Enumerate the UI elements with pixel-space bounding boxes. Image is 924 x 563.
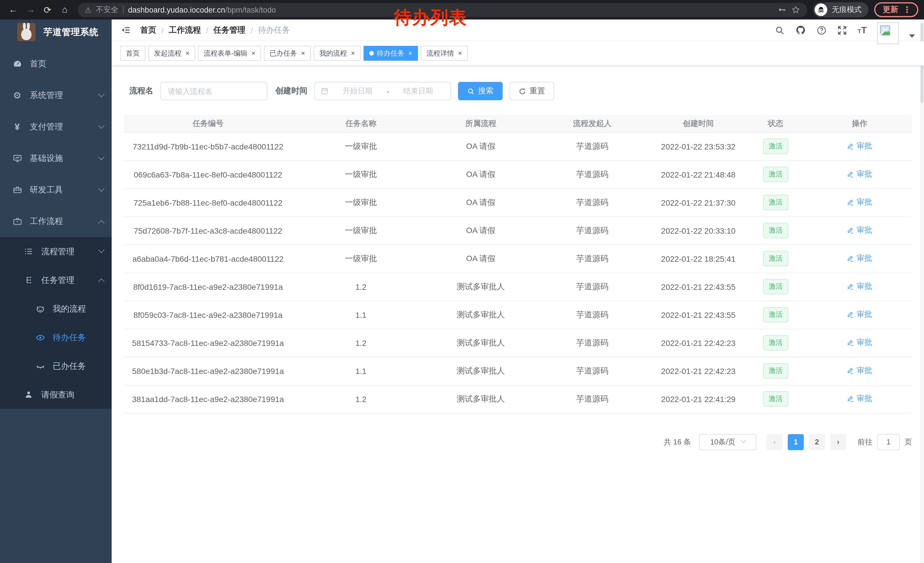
col-task-name: 任务名称 — [292, 115, 429, 132]
avatar[interactable] — [877, 22, 899, 44]
incognito-badge: 无痕模式 — [813, 2, 868, 17]
chevron-up-icon — [98, 220, 105, 226]
close-icon[interactable]: × — [250, 49, 255, 57]
browser-home-icon[interactable]: ⌂ — [57, 5, 72, 15]
browser-menu-icon[interactable]: ⋮ — [903, 5, 914, 15]
close-icon[interactable]: × — [300, 49, 305, 57]
sidebar-item-dev-tools[interactable]: 研发工具 — [0, 174, 112, 206]
approve-link[interactable]: 审批 — [847, 309, 872, 320]
sidebar-item-todo-tasks[interactable]: 待办任务 — [0, 323, 112, 352]
sidebar-item-workflow[interactable]: 工作流程 — [0, 206, 112, 237]
dashboard-icon — [12, 59, 23, 69]
browser-forward-icon[interactable]: → — [23, 5, 38, 15]
col-actions: 操作 — [807, 115, 912, 132]
sidebar-collapse-icon[interactable] — [120, 25, 131, 36]
tab-start-process[interactable]: 发起流程× — [148, 46, 195, 61]
reset-button[interactable]: 重置 — [510, 82, 554, 100]
approve-link[interactable]: 审批 — [847, 225, 872, 236]
font-size-icon[interactable]: TT — [858, 25, 867, 35]
date-range-picker[interactable]: 开始日期 - 结束日期 — [314, 82, 451, 100]
workflow-submenu: 流程管理 任务管理 我的流程 — [0, 237, 112, 409]
breadcrumb-task-management[interactable]: 任务管理 — [213, 25, 246, 35]
page-size-select[interactable]: 10条/页 — [699, 434, 756, 450]
sidebar-item-process-management[interactable]: 流程管理 — [0, 237, 112, 266]
close-icon[interactable]: × — [407, 49, 412, 57]
help-icon[interactable] — [816, 25, 826, 35]
breadcrumb-workflow[interactable]: 工作流程 — [169, 25, 201, 35]
approve-link[interactable]: 审批 — [847, 197, 872, 208]
table-row: 58154733-7ac8-11ec-a9e2-a2380e71991a 1.2… — [124, 329, 912, 357]
approve-link[interactable]: 审批 — [847, 169, 872, 180]
sidebar-item-done-tasks[interactable]: 已办任务 — [0, 352, 112, 380]
next-page-button[interactable]: › — [830, 434, 846, 450]
sidebar-item-leave-query[interactable]: 请假查询 — [0, 380, 112, 409]
edit-icon — [847, 255, 855, 262]
eye-icon — [34, 332, 46, 342]
goto-page-input[interactable] — [877, 434, 900, 450]
approve-link[interactable]: 审批 — [847, 141, 872, 152]
eye-closed-icon — [34, 361, 46, 371]
close-icon[interactable]: × — [457, 49, 462, 57]
avatar-dropdown-caret-icon[interactable] — [909, 34, 915, 38]
page-button-1[interactable]: 1 — [788, 434, 804, 450]
col-status: 状态 — [744, 115, 807, 132]
page-button-2[interactable]: 2 — [809, 434, 825, 450]
process-name-input[interactable] — [160, 82, 267, 100]
approve-link[interactable]: 审批 — [847, 254, 872, 264]
address-bar[interactable]: ⚠ 不安全 dashboard.yudao.iocoder.cn/bpm/tas… — [78, 3, 807, 17]
pagination-total: 共 16 条 — [664, 437, 691, 447]
sidebar-item-payment[interactable]: ¥ 支付管理 — [0, 111, 112, 143]
end-date-input[interactable]: 结束日期 — [391, 86, 445, 96]
toolbox-icon — [12, 185, 23, 195]
security-warning-icon: ⚠ — [85, 6, 91, 14]
breadcrumb-home[interactable]: 首页 — [140, 25, 156, 35]
sidebar-item-infrastructure[interactable]: 基础设施 — [0, 143, 112, 174]
prev-page-button[interactable]: ‹ — [766, 434, 783, 450]
scrollbar[interactable] — [920, 20, 924, 563]
approve-link[interactable]: 审批 — [847, 394, 872, 404]
search-button[interactable]: 搜索 — [458, 82, 502, 100]
tab-done-tasks[interactable]: 已办任务× — [264, 46, 311, 61]
table-row: a6aba0a4-7b6d-11ec-b781-acde48001122 一级审… — [124, 245, 912, 273]
browser-reload-icon[interactable]: ⟳ — [40, 4, 55, 15]
tab-process-form-edit[interactable]: 流程表单-编辑× — [198, 46, 261, 61]
tab-process-detail[interactable]: 流程详情× — [421, 46, 468, 61]
status-badge: 激活 — [763, 363, 788, 378]
edit-icon — [847, 339, 855, 347]
tab-my-process[interactable]: 我的流程× — [314, 46, 361, 61]
sidebar-item-my-process[interactable]: 我的流程 — [0, 294, 112, 323]
close-icon[interactable]: × — [350, 49, 355, 57]
approve-link[interactable]: 审批 — [847, 366, 872, 376]
search-icon[interactable] — [775, 25, 785, 35]
browser-update-button[interactable]: 更新 ⋮ — [874, 2, 918, 17]
fullscreen-icon[interactable] — [837, 25, 847, 35]
chevron-down-icon — [98, 185, 105, 192]
status-badge: 激活 — [763, 391, 788, 407]
refresh-icon — [519, 87, 526, 95]
edit-icon — [847, 283, 855, 290]
approve-link[interactable]: 审批 — [847, 338, 872, 348]
github-icon[interactable] — [795, 25, 806, 36]
password-key-icon[interactable] — [777, 5, 787, 14]
process-name-label: 流程名 — [129, 86, 153, 96]
browser-chrome: ← → ⟳ ⌂ ⚠ 不安全 dashboard.yudao.iocoder.cn… — [0, 0, 924, 20]
sidebar-item-home[interactable]: 首页 — [0, 48, 112, 80]
tab-home[interactable]: 首页 — [120, 46, 146, 61]
browser-back-icon[interactable]: ← — [6, 5, 21, 15]
bookmark-star-icon[interactable] — [791, 5, 800, 14]
tab-todo-tasks[interactable]: 待办任务× — [363, 46, 418, 61]
briefcase-icon — [12, 216, 23, 226]
list-icon — [23, 247, 34, 256]
page-url: dashboard.yudao.iocoder.cn/bpm/task/todo — [128, 6, 276, 14]
start-date-input[interactable]: 开始日期 — [331, 86, 384, 96]
close-icon[interactable]: × — [184, 49, 189, 57]
chevron-down-icon — [98, 122, 105, 129]
sidebar-item-system[interactable]: ⚙ 系统管理 — [0, 80, 112, 111]
app-logo[interactable]: 芋道管理系统 — [0, 20, 112, 45]
approve-link[interactable]: 审批 — [847, 281, 872, 292]
search-icon — [467, 87, 475, 95]
status-badge: 激活 — [763, 279, 788, 294]
breadcrumb: 首页 / 工作流程 / 任务管理 / 待办任务 — [140, 25, 290, 35]
table-row: 8f059c03-7ac8-11ec-a9e2-a2380e71991a 1.1… — [124, 301, 912, 329]
sidebar-item-task-management[interactable]: 任务管理 — [0, 266, 112, 294]
